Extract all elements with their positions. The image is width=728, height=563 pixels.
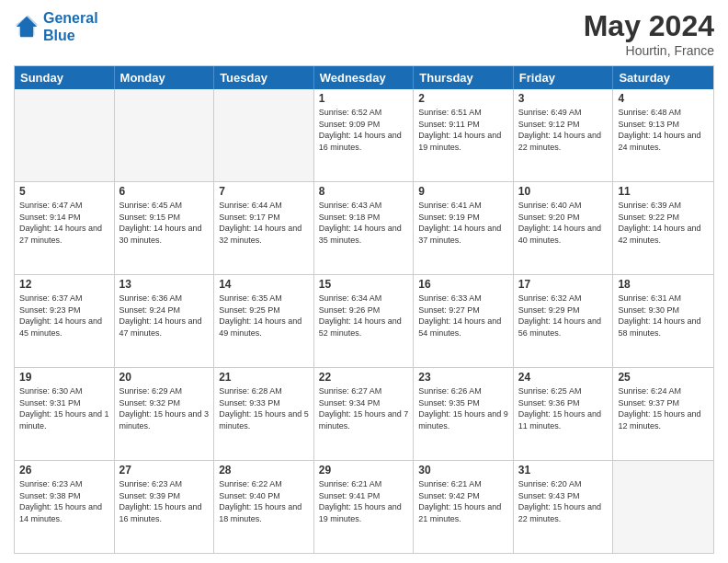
day-number: 29 xyxy=(319,464,409,477)
cell-info: Sunrise: 6:33 AM Sunset: 9:27 PM Dayligh… xyxy=(418,293,508,339)
cell-info: Sunrise: 6:30 AM Sunset: 9:31 PM Dayligh… xyxy=(19,385,109,431)
cal-week-3: 19Sunrise: 6:30 AM Sunset: 9:31 PM Dayli… xyxy=(15,367,713,460)
cal-day-3: 3Sunrise: 6:49 AM Sunset: 9:12 PM Daylig… xyxy=(514,89,614,181)
day-number: 22 xyxy=(319,371,409,384)
cal-day-14: 14Sunrise: 6:35 AM Sunset: 9:25 PM Dayli… xyxy=(214,275,314,367)
cal-day-16: 16Sunrise: 6:33 AM Sunset: 9:27 PM Dayli… xyxy=(414,275,514,367)
day-number: 6 xyxy=(119,185,210,198)
logo-blue: Blue xyxy=(43,28,75,43)
cal-day-4: 4Sunrise: 6:48 AM Sunset: 9:13 PM Daylig… xyxy=(613,89,713,181)
logo: General Blue xyxy=(14,9,98,44)
cell-info: Sunrise: 6:47 AM Sunset: 9:14 PM Dayligh… xyxy=(19,200,109,246)
cell-info: Sunrise: 6:39 AM Sunset: 9:22 PM Dayligh… xyxy=(618,200,709,246)
cal-day-1: 1Sunrise: 6:52 AM Sunset: 9:09 PM Daylig… xyxy=(314,89,415,181)
cell-info: Sunrise: 6:23 AM Sunset: 9:38 PM Dayligh… xyxy=(19,478,109,524)
cal-day-27: 27Sunrise: 6:23 AM Sunset: 9:39 PM Dayli… xyxy=(115,461,215,553)
cell-info: Sunrise: 6:23 AM Sunset: 9:39 PM Dayligh… xyxy=(119,478,210,524)
cal-day-19: 19Sunrise: 6:30 AM Sunset: 9:31 PM Dayli… xyxy=(15,368,115,460)
cal-empty-0-2 xyxy=(214,89,314,181)
cell-info: Sunrise: 6:20 AM Sunset: 9:43 PM Dayligh… xyxy=(518,478,609,524)
day-number: 16 xyxy=(418,278,508,291)
day-header-friday: Friday xyxy=(514,66,614,89)
header: General Blue May 2024 Hourtin, France xyxy=(14,9,714,58)
day-number: 3 xyxy=(518,92,609,105)
cell-info: Sunrise: 6:27 AM Sunset: 9:34 PM Dayligh… xyxy=(319,385,409,431)
cal-day-12: 12Sunrise: 6:37 AM Sunset: 9:23 PM Dayli… xyxy=(15,275,115,367)
cal-day-9: 9Sunrise: 6:41 AM Sunset: 9:19 PM Daylig… xyxy=(414,182,514,274)
cell-info: Sunrise: 6:51 AM Sunset: 9:11 PM Dayligh… xyxy=(418,107,508,153)
cal-day-24: 24Sunrise: 6:25 AM Sunset: 9:36 PM Dayli… xyxy=(514,368,614,460)
calendar-body: 1Sunrise: 6:52 AM Sunset: 9:09 PM Daylig… xyxy=(15,89,713,553)
cal-day-28: 28Sunrise: 6:22 AM Sunset: 9:40 PM Dayli… xyxy=(214,461,314,553)
logo-icon xyxy=(14,14,40,40)
day-number: 23 xyxy=(418,371,508,384)
day-header-thursday: Thursday xyxy=(414,66,514,89)
title-block: May 2024 Hourtin, France xyxy=(584,9,714,58)
cal-day-22: 22Sunrise: 6:27 AM Sunset: 9:34 PM Dayli… xyxy=(314,368,415,460)
cell-info: Sunrise: 6:44 AM Sunset: 9:17 PM Dayligh… xyxy=(219,200,309,246)
day-number: 27 xyxy=(119,464,210,477)
day-number: 12 xyxy=(19,278,109,291)
cal-day-7: 7Sunrise: 6:44 AM Sunset: 9:17 PM Daylig… xyxy=(214,182,314,274)
cal-day-23: 23Sunrise: 6:26 AM Sunset: 9:35 PM Dayli… xyxy=(414,368,514,460)
day-number: 14 xyxy=(219,278,309,291)
calendar: SundayMondayTuesdayWednesdayThursdayFrid… xyxy=(14,65,714,554)
day-number: 26 xyxy=(19,464,109,477)
day-number: 25 xyxy=(618,371,709,384)
day-number: 2 xyxy=(418,92,508,105)
day-number: 10 xyxy=(518,185,609,198)
cell-info: Sunrise: 6:41 AM Sunset: 9:19 PM Dayligh… xyxy=(418,200,508,246)
cell-info: Sunrise: 6:52 AM Sunset: 9:09 PM Dayligh… xyxy=(319,107,409,153)
cell-info: Sunrise: 6:24 AM Sunset: 9:37 PM Dayligh… xyxy=(618,385,709,431)
calendar-header: SundayMondayTuesdayWednesdayThursdayFrid… xyxy=(15,66,713,89)
day-number: 19 xyxy=(19,371,109,384)
cal-day-29: 29Sunrise: 6:21 AM Sunset: 9:41 PM Dayli… xyxy=(314,461,415,553)
cal-day-5: 5Sunrise: 6:47 AM Sunset: 9:14 PM Daylig… xyxy=(15,182,115,274)
cal-empty-0-0 xyxy=(15,89,115,181)
cal-day-26: 26Sunrise: 6:23 AM Sunset: 9:38 PM Dayli… xyxy=(15,461,115,553)
cal-week-4: 26Sunrise: 6:23 AM Sunset: 9:38 PM Dayli… xyxy=(15,460,713,553)
cell-info: Sunrise: 6:21 AM Sunset: 9:41 PM Dayligh… xyxy=(319,478,409,524)
day-number: 31 xyxy=(518,464,609,477)
day-header-monday: Monday xyxy=(115,66,215,89)
day-number: 30 xyxy=(418,464,508,477)
day-header-tuesday: Tuesday xyxy=(214,66,314,89)
cal-day-21: 21Sunrise: 6:28 AM Sunset: 9:33 PM Dayli… xyxy=(214,368,314,460)
location: Hourtin, France xyxy=(584,43,714,58)
cal-week-0: 1Sunrise: 6:52 AM Sunset: 9:09 PM Daylig… xyxy=(15,89,713,181)
cal-day-25: 25Sunrise: 6:24 AM Sunset: 9:37 PM Dayli… xyxy=(613,368,713,460)
day-number: 1 xyxy=(319,92,409,105)
cell-info: Sunrise: 6:36 AM Sunset: 9:24 PM Dayligh… xyxy=(119,293,210,339)
day-number: 17 xyxy=(518,278,609,291)
day-number: 21 xyxy=(219,371,309,384)
page: General Blue May 2024 Hourtin, France Su… xyxy=(0,0,728,563)
cell-info: Sunrise: 6:26 AM Sunset: 9:35 PM Dayligh… xyxy=(418,385,508,431)
cell-info: Sunrise: 6:28 AM Sunset: 9:33 PM Dayligh… xyxy=(219,385,309,431)
logo-general: General xyxy=(43,10,98,26)
cell-info: Sunrise: 6:34 AM Sunset: 9:26 PM Dayligh… xyxy=(319,293,409,339)
cell-info: Sunrise: 6:43 AM Sunset: 9:18 PM Dayligh… xyxy=(319,200,409,246)
cell-info: Sunrise: 6:48 AM Sunset: 9:13 PM Dayligh… xyxy=(618,107,709,153)
cal-day-30: 30Sunrise: 6:21 AM Sunset: 9:42 PM Dayli… xyxy=(414,461,514,553)
cell-info: Sunrise: 6:31 AM Sunset: 9:30 PM Dayligh… xyxy=(618,293,709,339)
day-number: 9 xyxy=(418,185,508,198)
day-number: 15 xyxy=(319,278,409,291)
cal-day-17: 17Sunrise: 6:32 AM Sunset: 9:29 PM Dayli… xyxy=(514,275,614,367)
cal-week-1: 5Sunrise: 6:47 AM Sunset: 9:14 PM Daylig… xyxy=(15,181,713,274)
cell-info: Sunrise: 6:22 AM Sunset: 9:40 PM Dayligh… xyxy=(219,478,309,524)
cell-info: Sunrise: 6:49 AM Sunset: 9:12 PM Dayligh… xyxy=(518,107,609,153)
day-number: 4 xyxy=(618,92,709,105)
day-header-sunday: Sunday xyxy=(15,66,115,89)
day-number: 7 xyxy=(219,185,309,198)
day-number: 13 xyxy=(119,278,210,291)
cell-info: Sunrise: 6:29 AM Sunset: 9:32 PM Dayligh… xyxy=(119,385,210,431)
cal-empty-0-1 xyxy=(115,89,215,181)
cal-empty-4-6 xyxy=(613,461,713,553)
cell-info: Sunrise: 6:37 AM Sunset: 9:23 PM Dayligh… xyxy=(19,293,109,339)
cell-info: Sunrise: 6:32 AM Sunset: 9:29 PM Dayligh… xyxy=(518,293,609,339)
day-number: 20 xyxy=(119,371,210,384)
cal-day-15: 15Sunrise: 6:34 AM Sunset: 9:26 PM Dayli… xyxy=(314,275,415,367)
cell-info: Sunrise: 6:40 AM Sunset: 9:20 PM Dayligh… xyxy=(518,200,609,246)
cell-info: Sunrise: 6:45 AM Sunset: 9:15 PM Dayligh… xyxy=(119,200,210,246)
cal-day-6: 6Sunrise: 6:45 AM Sunset: 9:15 PM Daylig… xyxy=(115,182,215,274)
